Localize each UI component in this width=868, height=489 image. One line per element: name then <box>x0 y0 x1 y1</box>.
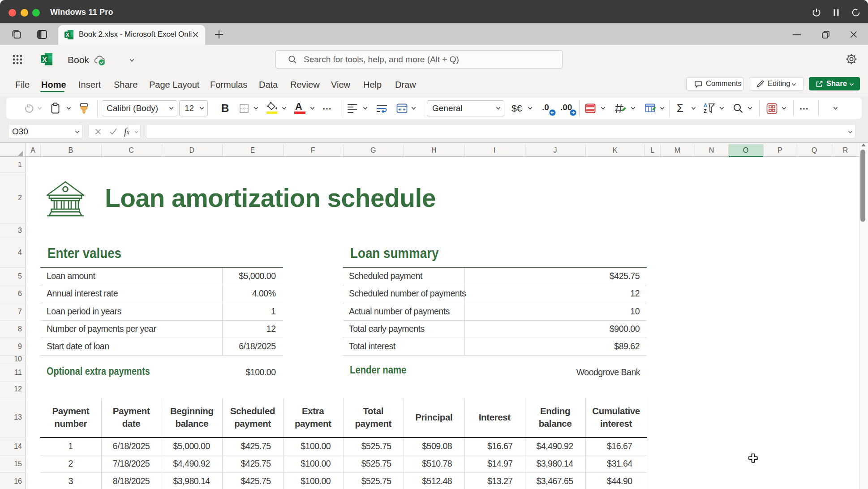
svg-text:X: X <box>66 32 69 38</box>
svg-text:Z: Z <box>704 108 707 114</box>
svg-text:A: A <box>704 103 707 108</box>
svg-text:X: X <box>42 56 47 63</box>
